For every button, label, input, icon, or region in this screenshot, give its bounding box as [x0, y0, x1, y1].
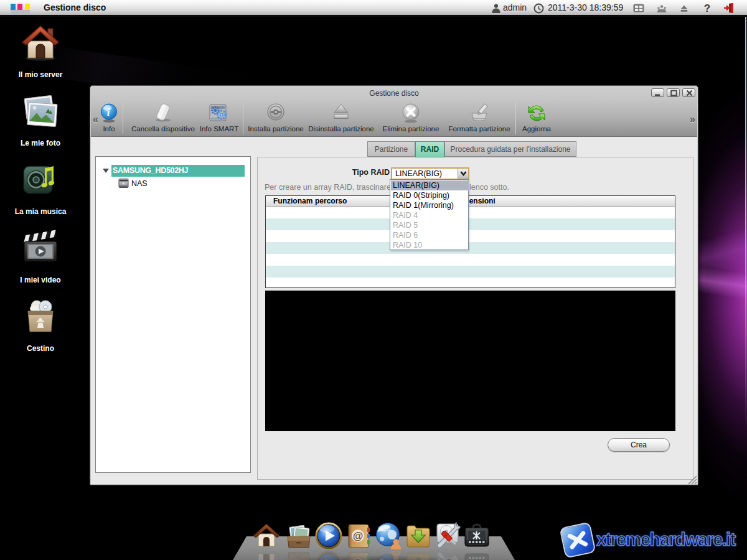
svg-text:I miei video: I miei video [20, 276, 60, 284]
svg-text:La mia musica: La mia musica [15, 207, 67, 216]
svg-text:?: ? [704, 2, 710, 14]
svg-text:i: i [107, 106, 110, 118]
svg-text:Il mio server: Il mio server [19, 70, 63, 79]
svg-text:@: @ [353, 530, 364, 542]
svg-text:Le mie foto: Le mie foto [21, 139, 60, 147]
svg-text:Cestino: Cestino [27, 344, 54, 353]
